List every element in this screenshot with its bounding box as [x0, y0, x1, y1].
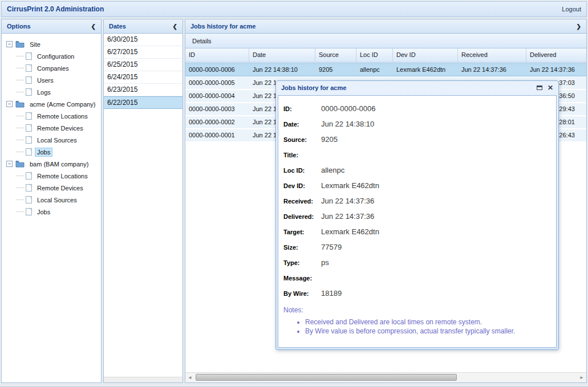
column-header-date[interactable]: Date [249, 48, 315, 62]
maximize-icon[interactable] [537, 85, 542, 90]
field-value: 77579 [321, 243, 342, 251]
tree-node-label: Local Sources [35, 196, 79, 204]
tree-connector [17, 92, 24, 92]
document-icon [26, 76, 32, 84]
column-header-id[interactable]: ID [185, 48, 249, 62]
tree-node-configuration[interactable]: Configuration [2, 50, 101, 62]
tree-node-site[interactable]: − Site [2, 38, 101, 50]
tree-connector [17, 56, 24, 56]
dates-panel: Dates ❮ 6/30/2015 6/27/2015 6/25/2015 6/… [103, 19, 183, 383]
tree-connector [17, 152, 24, 152]
options-panel-title: Options [7, 23, 31, 30]
date-list-item[interactable]: 6/30/2015 [104, 34, 183, 46]
column-header-loc-id[interactable]: Loc ID [356, 48, 393, 62]
column-header-received[interactable]: Received [458, 48, 526, 62]
tree-node-bam-local-sources[interactable]: Local Sources [2, 194, 101, 206]
dates-scrollbar-track[interactable] [104, 377, 183, 382]
folder-icon [15, 40, 25, 48]
tree-node-acme-local-sources[interactable]: Local Sources [2, 134, 101, 146]
tree-node-logs[interactable]: Logs [2, 86, 101, 98]
document-icon [26, 136, 32, 144]
note-item: Received and Delivered are local times o… [305, 318, 550, 326]
date-list-item[interactable]: 6/24/2015 [104, 71, 183, 84]
field-value: Jun 22 14:38:10 [321, 120, 374, 128]
field-label: ID: [283, 105, 321, 112]
tree-node-label: Jobs [35, 208, 52, 216]
date-list-item[interactable]: 6/23/2015 [104, 84, 183, 96]
tree-node-bam-remote-locations[interactable]: Remote Locations [2, 170, 101, 182]
collapse-expander-icon[interactable]: − [6, 161, 13, 167]
collapse-expander-icon[interactable]: − [6, 101, 13, 107]
field-value: Jun 22 14:37:36 [321, 212, 374, 221]
scrollbar-thumb[interactable] [196, 374, 457, 381]
collapse-expander-icon[interactable]: − [6, 41, 13, 47]
field-row: Loc ID: allenpc [283, 162, 550, 178]
document-icon [26, 196, 32, 203]
details-button[interactable]: Details [188, 36, 216, 46]
tree-node-label: Remote Locations [35, 172, 90, 180]
note-item: By Wire value is before compression, act… [305, 327, 550, 335]
tree-node-acme[interactable]: − acme (Acme Company) [2, 98, 101, 110]
tree-node-acme-remote-locations[interactable]: Remote Locations [2, 110, 101, 122]
collapse-left-icon[interactable]: ❮ [173, 23, 177, 30]
dates-panel-title: Dates [109, 23, 126, 30]
tree-node-bam-remote-devices[interactable]: Remote Devices [2, 182, 101, 194]
cell-received: Jun 22 14:37:36 [458, 64, 526, 76]
field-row: Type: ps [283, 255, 550, 270]
options-panel: Options ❮ − Site Configuration Companies… [1, 19, 102, 383]
tree-connector [17, 116, 24, 116]
cell-id: 0000-0000-0001 [185, 129, 249, 141]
tree-node-label: acme (Acme Company) [28, 100, 98, 108]
tree-connector [17, 199, 24, 200]
folder-icon [15, 100, 25, 108]
scroll-right-arrow-icon[interactable]: ► [577, 373, 586, 382]
field-row: Target: Lexmark E462dtn [283, 224, 550, 239]
date-list-item[interactable]: 6/25/2015 [104, 59, 183, 71]
dates-list: 6/30/2015 6/27/2015 6/25/2015 6/24/2015 … [104, 34, 183, 109]
tree-node-acme-jobs[interactable]: Jobs [2, 146, 101, 158]
field-value: Lexmark E462dtn [321, 227, 379, 236]
collapse-left-icon[interactable]: ❮ [91, 23, 96, 30]
field-label: Message: [283, 275, 321, 282]
field-row: Date: Jun 22 14:38:10 [283, 116, 550, 132]
tree-node-companies[interactable]: Companies [2, 62, 101, 74]
expand-right-icon[interactable]: ❯ [577, 23, 581, 30]
tree-node-bam-jobs[interactable]: Jobs [2, 206, 101, 218]
tree-node-label: Configuration [35, 52, 76, 60]
tree-connector [17, 211, 24, 212]
tree-node-label: Remote Devices [35, 184, 85, 192]
horizontal-scrollbar[interactable]: ◄ ► [185, 372, 586, 382]
date-list-item[interactable]: 6/27/2015 [104, 46, 183, 59]
dialog-title: Jobs history for acme [281, 84, 346, 91]
tree-connector [17, 140, 24, 140]
document-icon [26, 148, 32, 156]
tree-node-label: Remote Locations [35, 112, 90, 120]
column-header-source[interactable]: Source [315, 48, 356, 62]
tree-connector [17, 68, 24, 68]
column-header-delivered[interactable]: Delivered [526, 48, 587, 62]
cell-delivered: Jun 22 14:37:36 [526, 64, 587, 76]
field-label: Type: [283, 259, 321, 266]
folder-icon [15, 160, 25, 168]
tree-node-users[interactable]: Users [2, 74, 101, 86]
close-icon[interactable]: ✕ [548, 85, 553, 91]
field-row: By Wire: 18189 [283, 286, 550, 301]
tree-node-label: bam (BAM company) [28, 160, 90, 168]
table-row-selected[interactable]: 0000-0000-0006 Jun 22 14:38:10 9205 alle… [185, 64, 586, 76]
field-value: ps [321, 258, 329, 267]
cell-id: 0000-0000-0002 [185, 116, 249, 128]
date-list-item-selected[interactable]: 6/22/2015 [104, 96, 183, 109]
field-row: Source: 9205 [283, 132, 550, 147]
tree-node-label: Site [28, 40, 42, 48]
tree-node-bam[interactable]: − bam (BAM company) [2, 158, 101, 170]
document-icon [26, 52, 32, 60]
jobs-toolbar: Details [185, 34, 586, 48]
field-value: Lexmark E462dtn [321, 181, 379, 190]
tree-node-label: Logs [35, 88, 52, 96]
scroll-left-arrow-icon[interactable]: ◄ [185, 373, 194, 382]
field-row: Delivered: Jun 22 14:37:36 [283, 209, 550, 224]
column-header-dev-id[interactable]: Dev ID [393, 48, 458, 62]
dialog-title-bar[interactable]: Jobs history for acme ✕ [276, 81, 558, 95]
logout-button[interactable]: Logout [562, 6, 581, 13]
tree-node-acme-remote-devices[interactable]: Remote Devices [2, 122, 101, 134]
